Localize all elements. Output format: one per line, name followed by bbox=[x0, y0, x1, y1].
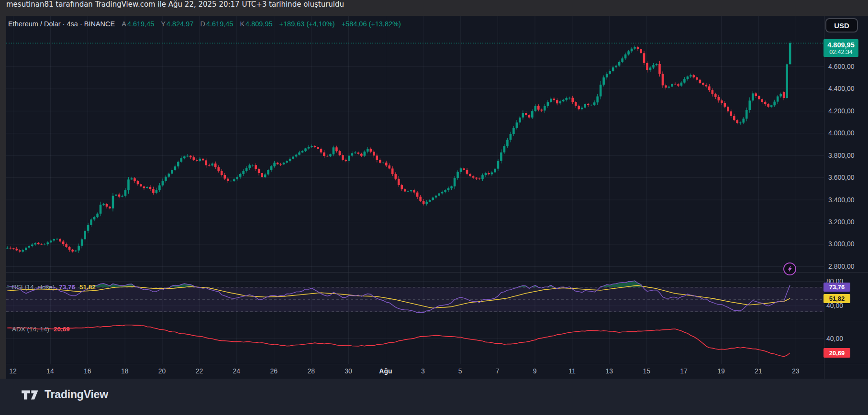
time-axis-label: 13 bbox=[595, 367, 623, 375]
price-scale-label: 3.600,00 bbox=[828, 174, 855, 181]
adx-legend[interactable]: ADX (14, 14) 20,69 bbox=[12, 326, 70, 333]
rsi-ma-axis-badge: 51,82 bbox=[823, 294, 850, 303]
price-scale-label: 4.200,00 bbox=[828, 107, 855, 115]
price-scale-label: 4.000,00 bbox=[828, 129, 855, 137]
time-axis-label: 3 bbox=[409, 367, 437, 375]
tradingview-snapshot: mesutinan81 tarafından TradingView.com i… bbox=[0, 0, 868, 415]
time-axis-label: 14 bbox=[36, 367, 65, 375]
bar-countdown: 02:42:34 bbox=[829, 49, 853, 55]
time-axis-label: 22 bbox=[185, 367, 213, 375]
time-axis-label: 19 bbox=[707, 367, 735, 375]
time-axis-label: 7 bbox=[483, 367, 512, 375]
time-axis-label: 21 bbox=[744, 367, 773, 375]
symbol-legend[interactable]: Ethereum / Dolar · 4sa · BINANCE A4.619,… bbox=[8, 20, 401, 28]
price-scale-label: 3.200,00 bbox=[828, 218, 855, 226]
current-price: 4.809,95 bbox=[827, 41, 854, 49]
current-price-badge: 4.809,95 02:42:34 bbox=[823, 39, 858, 57]
rsi-legend-title: RSI (14, close) bbox=[12, 284, 55, 291]
time-axis-label: Ağu bbox=[371, 367, 400, 375]
price-scale-label: 3.400,00 bbox=[828, 196, 855, 204]
price-scale-label: 3.800,00 bbox=[828, 152, 855, 159]
currency-toggle-button[interactable]: USD bbox=[825, 18, 858, 33]
ohlc-close: K4.809,95 bbox=[240, 20, 272, 28]
time-axis-label: 30 bbox=[334, 367, 363, 375]
change-total: +584,06 (+13,82%) bbox=[342, 20, 401, 28]
time-axis-label: 9 bbox=[521, 367, 549, 375]
lightning-icon bbox=[786, 265, 793, 273]
instant-trading-button[interactable] bbox=[783, 262, 796, 275]
price-scale-label: 3.000,00 bbox=[828, 240, 855, 248]
symbol-title: Ethereum / Dolar · 4sa · BINANCE bbox=[8, 20, 115, 28]
adx-scale-label: 40,00 bbox=[826, 335, 843, 342]
rsi-axis-badge: 73,76 bbox=[823, 283, 850, 292]
price-scale-label: 4.600,00 bbox=[828, 63, 855, 70]
rsi-value: 73,76 bbox=[59, 284, 75, 291]
time-axis-label: 17 bbox=[669, 367, 698, 375]
time-axis-label: 16 bbox=[73, 367, 102, 375]
time-axis-label: 5 bbox=[446, 367, 475, 375]
time-axis-label: 23 bbox=[781, 367, 810, 375]
price-scale-label: 4.400,00 bbox=[828, 85, 855, 92]
rsi-legend[interactable]: RSI (14, close) 73,76 51,82 bbox=[12, 284, 96, 291]
tradingview-logo[interactable]: TradingView bbox=[21, 388, 108, 401]
tradingview-logo-icon bbox=[21, 389, 39, 401]
change-absolute: +189,63 (+4,10%) bbox=[279, 20, 335, 28]
time-axis-label: 28 bbox=[297, 367, 325, 375]
adx-legend-title: ADX (14, 14) bbox=[12, 326, 49, 333]
price-chart-canvas[interactable] bbox=[0, 0, 868, 415]
tradingview-wordmark: TradingView bbox=[45, 388, 108, 401]
attribution-text: mesutinan81 tarafından TradingView.com i… bbox=[6, 0, 344, 16]
time-axis-label: 26 bbox=[259, 367, 288, 375]
rsi-ma-value: 51,82 bbox=[79, 284, 96, 291]
time-axis-label: 15 bbox=[632, 367, 661, 375]
adx-axis-badge: 20,69 bbox=[823, 348, 850, 358]
ohlc-high: Y4.824,97 bbox=[161, 20, 193, 28]
time-axis-label: 20 bbox=[148, 367, 177, 375]
time-axis-label: 11 bbox=[557, 367, 586, 375]
price-scale-label: 2.800,00 bbox=[828, 262, 855, 270]
adx-value: 20,69 bbox=[54, 326, 70, 333]
time-axis-label: 18 bbox=[111, 367, 139, 375]
time-axis-label: 12 bbox=[0, 367, 27, 375]
ohlc-open: A4.619,45 bbox=[122, 20, 154, 28]
time-axis-label: 24 bbox=[222, 367, 251, 375]
ohlc-low: D4.619,45 bbox=[200, 20, 233, 28]
